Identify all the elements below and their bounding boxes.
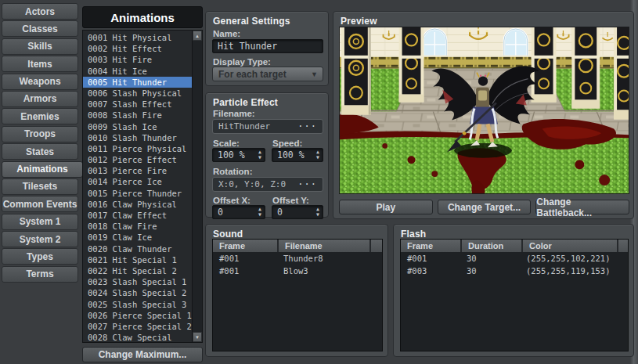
- rotation-picker[interactable]: X:0, Y:0, Z:0 ···: [212, 177, 323, 192]
- animation-list-item[interactable]: 0019 Claw Ice: [83, 232, 202, 243]
- sidebar-tab-tilesets[interactable]: Tilesets: [2, 178, 78, 195]
- particle-effect-title: Particle Effect: [213, 97, 278, 108]
- flash-table[interactable]: FrameDurationColor#00130(255,255,102,221…: [400, 239, 629, 351]
- column-header-frame: Frame: [213, 240, 277, 252]
- sidebar-tab-enemies[interactable]: Enemies: [2, 108, 78, 124]
- sidebar-tab-weapons[interactable]: Weapons: [2, 74, 78, 90]
- table-cell: (255,255,119,153): [520, 265, 618, 277]
- speed-label: Speed:: [272, 139, 302, 148]
- offset-x-label: Offset X:: [213, 196, 251, 205]
- animation-list-item[interactable]: 0022 Hit Special 2: [83, 265, 202, 276]
- animation-list-item[interactable]: 0012 Pierce Effect: [83, 154, 202, 165]
- offset-x-stepper[interactable]: 0 ▲▼: [212, 205, 265, 219]
- animation-list-item[interactable]: 0017 Claw Effect: [83, 210, 202, 221]
- animation-list-item[interactable]: 0008 Slash Fire: [83, 110, 202, 121]
- sidebar-tab-actors[interactable]: Actors: [2, 3, 78, 20]
- change-maximum-button[interactable]: Change Maximum...: [82, 347, 203, 362]
- animation-list-item[interactable]: 0020 Claw Thunder: [83, 243, 202, 254]
- ellipsis-icon: ···: [297, 121, 317, 132]
- animation-list-item[interactable]: 0023 Slash Special 1: [83, 276, 202, 287]
- column-header-color: Color: [523, 240, 617, 252]
- table-row[interactable]: #00130(255,255,102,221): [401, 252, 628, 265]
- sidebar-tab-system-1[interactable]: System 1: [2, 214, 78, 230]
- animation-list-item[interactable]: 0004 Hit Ice: [83, 66, 202, 77]
- animation-list-scrollbar[interactable]: ▲ ▼: [192, 31, 202, 342]
- animation-list-item[interactable]: 0006 Slash Physical: [83, 88, 202, 99]
- animation-list-item[interactable]: 0015 Pierce Thunder: [83, 188, 202, 199]
- sidebar-tab-states[interactable]: States: [2, 143, 78, 160]
- column-header-end: [371, 240, 382, 252]
- animation-list-item[interactable]: 0016 Claw Physical: [83, 199, 202, 210]
- spinner-down-icon[interactable]: ▼: [316, 155, 319, 160]
- animation-list-item[interactable]: 0021 Hit Special 1: [83, 254, 202, 265]
- animation-list-item[interactable]: 0024 Slash Special 2: [83, 287, 202, 298]
- animation-list[interactable]: 0001 Hit Physical0002 Hit Effect0003 Hit…: [82, 30, 203, 343]
- display-type-select[interactable]: For each target ▼: [212, 67, 323, 81]
- offset-y-label: Offset Y:: [272, 196, 309, 205]
- animation-list-item[interactable]: 0007 Slash Effect: [83, 99, 202, 110]
- offset-y-value: 0: [277, 207, 283, 218]
- sound-group: Sound FrameFilename#001Thunder8#001Blow3: [205, 224, 388, 357]
- change-target-button[interactable]: Change Target...: [438, 200, 532, 214]
- table-cell: 30: [460, 252, 520, 265]
- animation-list-item[interactable]: 0025 Slash Special 3: [83, 299, 202, 310]
- play-button[interactable]: Play: [339, 200, 433, 214]
- flash-group: Flash FrameDurationColor#00130(255,255,1…: [393, 224, 634, 357]
- spinner-down-icon[interactable]: ▼: [258, 212, 261, 218]
- particle-effect-group: Particle Effect Filename: HitThunder ···…: [205, 92, 329, 218]
- animation-list-item[interactable]: 0026 Pierce Special 1: [83, 310, 202, 321]
- table-header-row: FrameDurationColor: [401, 240, 628, 252]
- sidebar-tab-animations[interactable]: Animations: [2, 161, 83, 178]
- sidebar-tab-system-2[interactable]: System 2: [2, 231, 78, 247]
- offset-x-value: 0: [218, 207, 223, 218]
- name-input[interactable]: Hit Thunder: [212, 39, 323, 53]
- sidebar-tab-armors[interactable]: Armors: [2, 91, 78, 107]
- display-type-value: For each target: [218, 69, 287, 80]
- table-cell: #001: [401, 252, 460, 265]
- spinner-down-icon[interactable]: ▼: [316, 212, 319, 218]
- table-row[interactable]: #00330(255,255,119,153): [401, 265, 628, 277]
- sidebar-tab-types[interactable]: Types: [2, 248, 78, 265]
- animation-list-item[interactable]: 0002 Hit Effect: [83, 43, 202, 54]
- animation-list-item[interactable]: 0003 Hit Fire: [83, 54, 202, 65]
- speed-value: 100 %: [277, 150, 305, 160]
- filename-value: HitThunder: [218, 121, 270, 132]
- animation-list-item[interactable]: 0005 Hit Thunder: [83, 77, 202, 88]
- animation-list-item[interactable]: 0009 Slash Ice: [83, 121, 202, 132]
- sound-table[interactable]: FrameFilename#001Thunder8#001Blow3: [212, 239, 383, 351]
- animation-list-item[interactable]: 0013 Pierce Fire: [83, 165, 202, 176]
- column-header-filename: Filename: [279, 240, 369, 252]
- table-cell: (255,255,102,221): [520, 252, 618, 265]
- sidebar-tab-skills[interactable]: Skills: [2, 38, 78, 55]
- animation-list-item[interactable]: 0028 Claw Special: [83, 332, 202, 343]
- animation-list-item[interactable]: 0001 Hit Physical: [83, 32, 202, 43]
- animation-list-item[interactable]: 0018 Claw Fire: [83, 221, 202, 232]
- preview-title: Preview: [341, 16, 377, 27]
- scroll-down-icon[interactable]: ▼: [193, 332, 202, 342]
- sidebar-tab-classes[interactable]: Classes: [2, 20, 78, 37]
- sidebar-tab-troops[interactable]: Troops: [2, 126, 78, 142]
- rotation-value: X:0, Y:0, Z:0: [218, 179, 286, 189]
- battle-preview-image: [339, 27, 629, 194]
- database-sidebar: ActorsClassesSkillsItemsWeaponsArmorsEne…: [2, 3, 83, 283]
- scroll-up-icon[interactable]: ▲: [193, 31, 202, 41]
- filename-picker[interactable]: HitThunder ···: [212, 119, 323, 134]
- table-row[interactable]: #001Blow3: [213, 265, 382, 277]
- sidebar-tab-items[interactable]: Items: [2, 56, 78, 72]
- offset-y-stepper[interactable]: 0 ▲▼: [272, 205, 323, 219]
- rotation-label: Rotation:: [213, 167, 252, 176]
- flash-title: Flash: [401, 229, 426, 240]
- scale-stepper[interactable]: 100 % ▲▼: [212, 148, 265, 162]
- column-header-frame: Frame: [401, 240, 460, 252]
- animation-list-item[interactable]: 0014 Pierce Ice: [83, 176, 202, 187]
- speed-stepper[interactable]: 100 % ▲▼: [272, 148, 323, 162]
- sidebar-tab-terms[interactable]: Terms: [2, 266, 78, 283]
- spinner-down-icon[interactable]: ▼: [258, 155, 261, 160]
- table-cell: #003: [401, 265, 460, 277]
- change-battleback-button[interactable]: Change Battleback...: [535, 200, 629, 214]
- animation-list-item[interactable]: 0010 Slash Thunder: [83, 132, 202, 143]
- sidebar-tab-common-events[interactable]: Common Events: [2, 196, 78, 212]
- animation-list-item[interactable]: 0027 Pierce Special 2: [83, 321, 202, 332]
- table-row[interactable]: #001Thunder8: [213, 252, 382, 265]
- animation-list-item[interactable]: 0011 Pierce Physical: [83, 143, 202, 154]
